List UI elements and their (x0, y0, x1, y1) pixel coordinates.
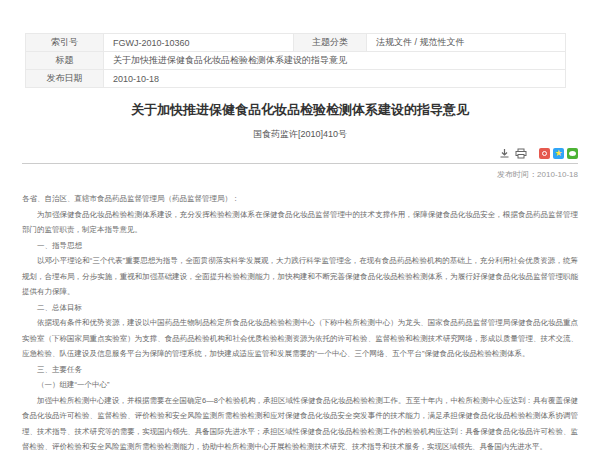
meta-value-date: 2010-10-18 (104, 70, 566, 88)
meta-value-title: 关于加快推进保健食品化妆品检验检测体系建设的指导意见 (104, 52, 566, 70)
subsection-heading: （一）组建“一个中心” (22, 377, 578, 393)
wechat-share-icon[interactable] (567, 148, 578, 159)
body-paragraph: 依据现有条件和优势资源，建设以中国药品生物制品检定所食品化妆品检验检测中心（下称… (22, 315, 578, 362)
body-paragraph: 加强中检所检测中心建设，并根据需要在全国确定6—8个检验机构，承担区域性保健食品… (22, 393, 578, 450)
printer-icon[interactable] (515, 148, 527, 159)
meta-value-category: 法规文件 / 规范性文件 (367, 34, 566, 52)
share-buttons: ★ (539, 148, 578, 159)
document-number: 国食药监许[2010]410号 (22, 128, 578, 141)
meta-label-title: 标题 (26, 52, 104, 70)
table-row: 发布日期 2010-10-18 (26, 70, 566, 88)
download-icon[interactable] (499, 148, 510, 159)
meta-label-category: 主题分类 (294, 34, 367, 52)
meta-label-index: 索引号 (26, 34, 104, 52)
meta-value-index: FGWJ-2010-10360 (104, 34, 294, 52)
section-heading-3: 三、主要任务 (22, 362, 578, 378)
weibo-eye-glyph (542, 151, 547, 156)
toolbar: ★ (22, 147, 578, 159)
header-divider (22, 163, 578, 164)
document-body: 各省、自治区、直辖市食品药品监督管理局（药品监督管理局）： 为加强保健食品化妆品… (22, 191, 578, 450)
body-paragraph: 以邓小平理论和“三个代表”重要思想为指导，全面贯彻落实科学发展观，大力践行科学监… (22, 253, 578, 300)
table-row: 标题 关于加快推进保健食品化妆品检验检测体系建设的指导意见 (26, 52, 566, 70)
qzone-share-icon[interactable]: ★ (553, 148, 564, 159)
table-row: 索引号 FGWJ-2010-10360 主题分类 法规文件 / 规范性文件 (26, 34, 566, 52)
page-title: 关于加快推进保健食品化妆品检验检测体系建设的指导意见 (22, 101, 578, 119)
document-page: 索引号 FGWJ-2010-10360 主题分类 法规文件 / 规范性文件 标题… (0, 33, 600, 450)
body-paragraph: 为加强保健食品化妆品检验检测体系建设，充分发挥检验检测体系在保健食品化妆品监督管… (22, 207, 578, 238)
publish-time: 发布时间：2010-10-18 (22, 169, 578, 180)
metadata-table: 索引号 FGWJ-2010-10360 主题分类 法规文件 / 规范性文件 标题… (25, 33, 566, 88)
salutation-line: 各省、自治区、直辖市食品药品监督管理局（药品监督管理局）： (22, 191, 578, 207)
section-heading-2: 二、总体目标 (22, 300, 578, 316)
weibo-share-icon[interactable] (539, 148, 550, 159)
wechat-bubble-glyph (569, 151, 576, 156)
qzone-star-glyph: ★ (554, 148, 562, 159)
meta-label-date: 发布日期 (26, 70, 104, 88)
section-heading-1: 一、指导思想 (22, 238, 578, 254)
